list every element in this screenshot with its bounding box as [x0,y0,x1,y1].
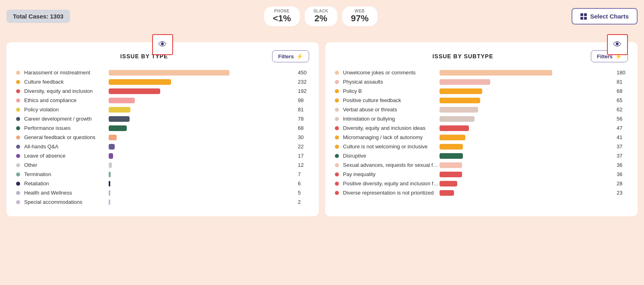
bar-track [440,172,613,177]
filters-button-issue-by-type[interactable]: Filters ⚡ [272,50,309,62]
bar-value: 232 [298,79,309,85]
bar-dot [335,80,339,84]
bar-label: Performance issues [24,125,109,131]
bar-fill [440,190,454,196]
bar-track [440,162,613,168]
bar-item: Leave of absence 17 [16,153,309,159]
bar-label: Diversity, equity and inclusion [24,88,109,94]
bar-fill [109,199,110,205]
bar-track [440,153,613,159]
bar-label: Harassment or mistreatment [24,70,109,76]
eye-button-issue-by-subtype[interactable]: 👁 [607,34,628,55]
bar-fill [109,79,171,85]
bar-dot [335,126,339,130]
bar-label: Intimidation or bullying [343,116,440,122]
bar-fill [440,116,475,122]
bar-item: Retaliation 6 [16,180,309,187]
channel-stat-slack: SLACK 2% [305,6,337,26]
bar-track [440,116,613,122]
eye-button-issue-by-type[interactable]: 👁 [152,34,173,55]
bar-value: 78 [298,116,309,122]
bar-dot [335,71,339,75]
bar-label: Micromanaging / lack of autonomy [343,134,440,140]
bar-track [109,116,295,122]
bar-value: 37 [617,153,628,159]
bar-fill [440,144,463,150]
bar-label: Policy violation [24,107,109,113]
bar-label: Health and Wellness [24,190,109,196]
bar-fill [109,107,130,113]
bar-fill [109,153,113,159]
bar-dot [16,89,20,93]
bar-item: Physical assaults 81 [335,79,628,85]
bar-value: 450 [298,70,309,76]
bar-track [109,79,295,85]
total-cases-badge: Total Cases: 1303 [6,10,70,23]
bar-fill [109,98,135,103]
bar-label: Disruptive [343,153,440,159]
bar-label: Culture feedback [24,79,109,85]
bar-value: 7 [298,171,309,177]
bar-dot [16,71,20,75]
bar-value: 41 [617,134,628,140]
bar-value: 23 [617,190,628,196]
chart-header-issue-by-subtype: ISSUE BY SUBTYPE Filters ⚡ [335,50,628,62]
bar-dot [16,108,20,112]
bar-fill [109,88,160,94]
bar-fill [440,98,480,103]
bar-track [109,153,295,159]
bar-dot [16,182,20,186]
bar-track [109,125,295,131]
grid-icon [580,13,587,20]
bar-item: Disruptive 37 [335,153,628,159]
select-charts-button[interactable]: Select Charts [572,8,638,25]
bar-value: 5 [298,190,309,196]
chart-title-issue-by-subtype: ISSUE BY SUBTYPE [335,53,591,59]
bar-item: Diverse representation is not prioritize… [335,190,628,196]
bar-label: Diverse representation is not prioritize… [343,190,440,196]
eye-icon-issue-by-subtype: 👁 [613,39,622,50]
charts-row: 👁 ISSUE BY TYPE Filters ⚡ Harassment or … [6,31,638,216]
bar-dot [16,172,20,176]
bar-fill [440,162,462,168]
bar-item: Verbal abuse or threats 62 [335,107,628,113]
bar-fill [109,162,112,168]
bar-label: General feedback or questions [24,134,109,140]
bar-track [109,135,295,140]
bar-track [109,70,295,76]
bar-track [440,144,613,150]
bar-value: 28 [617,180,628,187]
bar-value: 81 [617,79,628,85]
bar-dot [335,182,339,186]
bar-value: 65 [617,97,628,103]
bar-label: Sexual advances, requests for sexual fav… [343,162,440,168]
bar-item: Policy B 68 [335,88,628,94]
channel-label-slack: SLACK [314,9,328,13]
bar-fill [109,135,117,140]
bar-value: 56 [617,116,628,122]
bar-item: General feedback or questions 30 [16,134,309,140]
bar-track [109,98,295,103]
bar-fill [109,116,130,122]
bar-fill [109,125,127,131]
bar-dot [335,191,339,195]
channel-value-phone: <1% [273,13,291,24]
bar-label: Policy B [343,88,440,94]
channel-stats: PHONE <1% SLACK 2% WEB 97% [264,6,378,26]
bar-value: 2 [298,199,309,205]
bar-label: Career development / growth [24,116,109,122]
bar-fill [440,79,490,85]
bar-item: Other 12 [16,162,309,168]
bar-label: Leave of absence [24,153,109,159]
bar-item: Micromanaging / lack of autonomy 41 [335,134,628,140]
bar-value: 12 [298,162,309,168]
bar-item: Pay inequality 36 [335,171,628,177]
bar-fill [109,70,229,76]
bar-dot [16,200,20,204]
bar-item: Positive diversity, equity and inclusion… [335,180,628,187]
channel-stat-phone: PHONE <1% [264,6,300,26]
chart-panel-issue-by-subtype: 👁 ISSUE BY SUBTYPE Filters ⚡ Unwelcome j… [325,42,638,216]
bar-value: 81 [298,107,309,113]
eye-icon-issue-by-type: 👁 [158,39,167,50]
bar-value: 68 [617,88,628,94]
